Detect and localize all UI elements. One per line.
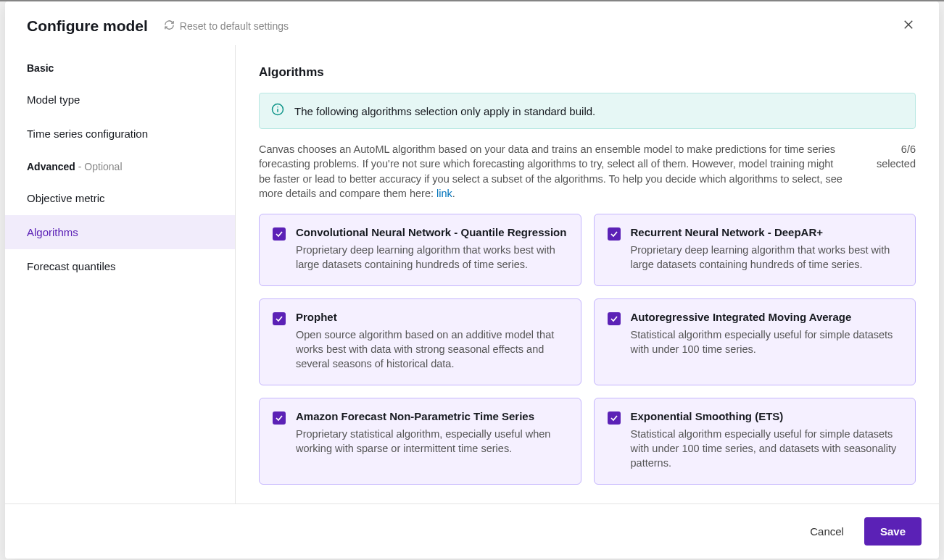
algorithm-desc: Proprietary deep learning algorithm that… bbox=[296, 243, 568, 272]
checkbox-checked[interactable] bbox=[273, 312, 286, 325]
algorithm-card-arima[interactable]: Autoregressive Integrated Moving Average… bbox=[594, 298, 916, 385]
section-title: Algorithms bbox=[259, 65, 916, 80]
checkbox-checked[interactable] bbox=[608, 227, 621, 241]
algorithm-desc: Statistical algorithm especially useful … bbox=[631, 427, 903, 471]
checkbox-checked[interactable] bbox=[273, 227, 286, 241]
checkbox-checked[interactable] bbox=[608, 312, 621, 325]
cancel-button[interactable]: Cancel bbox=[804, 518, 850, 545]
close-button[interactable] bbox=[900, 17, 917, 35]
algorithms-help-link[interactable]: link bbox=[436, 188, 452, 199]
algorithm-name: Prophet bbox=[296, 311, 568, 323]
refresh-icon bbox=[164, 20, 175, 33]
algorithm-card-prophet[interactable]: Prophet Open source algorithm based on a… bbox=[259, 298, 581, 385]
sidebar-item-objective-metric[interactable]: Objective metric bbox=[5, 181, 235, 215]
algorithm-name: Autoregressive Integrated Moving Average bbox=[631, 311, 903, 323]
configure-model-modal: Configure model Reset to default setting… bbox=[5, 1, 939, 559]
info-text: The following algorithms selection only … bbox=[294, 105, 595, 117]
checkbox-checked[interactable] bbox=[273, 411, 286, 425]
save-button[interactable]: Save bbox=[864, 517, 922, 546]
modal-footer: Cancel Save bbox=[5, 503, 939, 559]
reset-to-default-button[interactable]: Reset to default settings bbox=[164, 20, 289, 33]
algorithm-desc: Open source algorithm based on an additi… bbox=[296, 327, 568, 372]
algorithm-name: Amazon Forecast Non-Parametric Time Seri… bbox=[296, 410, 568, 422]
sidebar-group-basic: Basic bbox=[5, 52, 235, 83]
algorithm-name: Convolutional Neural Network - Quantile … bbox=[296, 226, 568, 238]
algorithm-card-ets[interactable]: Exponential Smoothing (ETS) Statistical … bbox=[594, 398, 916, 485]
modal-title: Configure model bbox=[27, 17, 148, 35]
sidebar-item-model-type[interactable]: Model type bbox=[5, 83, 235, 117]
section-description: Canvas chooses an AutoML algorithm based… bbox=[259, 142, 848, 201]
content-area: Algorithms The following algorithms sele… bbox=[236, 45, 939, 503]
info-icon bbox=[271, 103, 284, 119]
algorithm-desc: Proprietary deep learning algorithm that… bbox=[631, 243, 903, 272]
sidebar-item-time-series-config[interactable]: Time series configuration bbox=[5, 117, 235, 151]
checkbox-checked[interactable] bbox=[608, 411, 621, 425]
info-banner: The following algorithms selection only … bbox=[259, 93, 916, 129]
sidebar-item-forecast-quantiles[interactable]: Forecast quantiles bbox=[5, 249, 235, 283]
algorithm-card-deepar[interactable]: Recurrent Neural Network - DeepAR+ Propr… bbox=[594, 214, 916, 286]
sidebar-item-algorithms[interactable]: Algorithms bbox=[5, 215, 235, 249]
algorithm-name: Recurrent Neural Network - DeepAR+ bbox=[631, 226, 903, 238]
sidebar: Basic Model type Time series configurati… bbox=[5, 45, 236, 503]
algorithm-desc: Statistical algorithm especially useful … bbox=[631, 327, 903, 357]
close-icon bbox=[902, 18, 915, 34]
sidebar-group-advanced: Advanced - Optional bbox=[5, 151, 235, 181]
algorithm-cards: Convolutional Neural Network - Quantile … bbox=[259, 214, 916, 484]
algorithm-name: Exponential Smoothing (ETS) bbox=[631, 410, 903, 422]
algorithm-card-npts[interactable]: Amazon Forecast Non-Parametric Time Seri… bbox=[259, 398, 581, 485]
modal-header: Configure model Reset to default setting… bbox=[5, 1, 939, 45]
algorithm-card-cnn-qr[interactable]: Convolutional Neural Network - Quantile … bbox=[259, 214, 581, 286]
svg-point-4 bbox=[277, 106, 278, 108]
algorithm-desc: Proprietary statistical algorithm, espec… bbox=[296, 427, 568, 456]
reset-label: Reset to default settings bbox=[180, 20, 289, 32]
selected-count: 6/6selected bbox=[877, 142, 916, 172]
